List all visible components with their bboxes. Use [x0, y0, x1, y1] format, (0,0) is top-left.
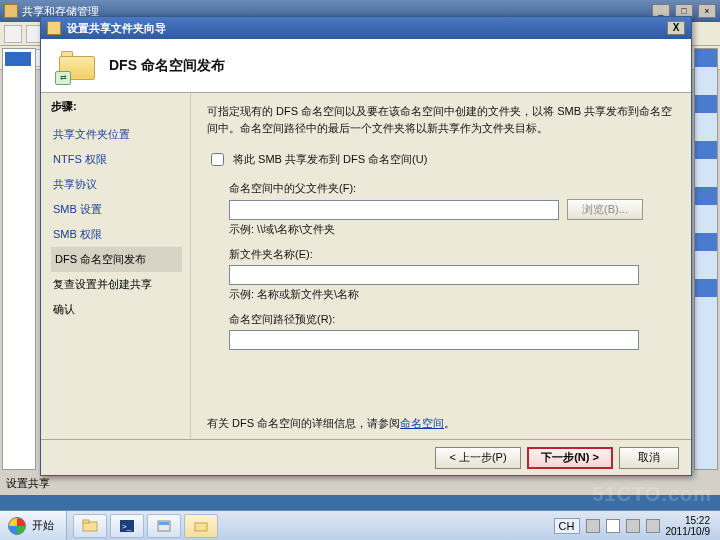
taskbar: 开始 >_ CH 15:22 2011/10/9: [0, 510, 720, 540]
folder-share-icon: ⇄: [59, 51, 95, 81]
preview-input[interactable]: [229, 330, 639, 350]
taskbar-powershell-icon[interactable]: >_: [110, 514, 144, 538]
system-tray: CH 15:22 2011/10/9: [548, 515, 720, 537]
step-confirm: 确认: [51, 297, 182, 322]
bg-tree-selected[interactable]: [5, 52, 31, 66]
dialog-content: 可指定现有的 DFS 命名空间以及要在该命名空间中创建的文件夹，以将 SMB 共…: [191, 93, 691, 439]
clock-time: 15:22: [666, 515, 711, 526]
new-folder-label: 新文件夹名称(E):: [229, 247, 673, 262]
svg-rect-6: [195, 523, 207, 531]
bg-toolbar-icon[interactable]: [4, 25, 22, 43]
tray-flag-icon[interactable]: [606, 519, 620, 533]
svg-rect-5: [159, 522, 169, 525]
ime-indicator[interactable]: CH: [554, 518, 580, 534]
dialog-heading: DFS 命名空间发布: [109, 57, 225, 75]
tray-network-icon[interactable]: [626, 519, 640, 533]
bg-tree-pane: [2, 48, 36, 470]
wizard-dialog: 设置共享文件夹向导 X ⇄ DFS 命名空间发布 步骤: 共享文件夹位置 NTF…: [40, 16, 692, 476]
parent-example: 示例: \\域\名称\文件夹: [229, 222, 673, 237]
browse-button[interactable]: 浏览(B)...: [567, 199, 643, 220]
publish-checkbox[interactable]: [211, 153, 224, 166]
bg-actions-pane: [694, 48, 718, 470]
prev-button[interactable]: < 上一步(P): [435, 447, 521, 469]
taskbar-share-mgmt-icon[interactable]: [184, 514, 218, 538]
taskbar-explorer-icon[interactable]: [73, 514, 107, 538]
dialog-icon: [47, 21, 61, 35]
intro-text: 可指定现有的 DFS 命名空间以及要在该命名空间中创建的文件夹，以将 SMB 共…: [207, 103, 673, 136]
bg-close-button[interactable]: ×: [698, 4, 716, 18]
start-label: 开始: [32, 518, 54, 533]
clock-date: 2011/10/9: [666, 526, 711, 537]
steps-sidebar: 步骤: 共享文件夹位置 NTFS 权限 共享协议 SMB 设置 SMB 权限 D…: [41, 93, 191, 439]
taskbar-pinned: >_: [67, 514, 224, 538]
tray-volume-icon[interactable]: [646, 519, 660, 533]
step-smb-permissions[interactable]: SMB 权限: [51, 222, 182, 247]
bg-app-icon: [4, 4, 18, 18]
parent-folder-label: 命名空间中的父文件夹(F):: [229, 181, 673, 196]
dialog-titlebar[interactable]: 设置共享文件夹向导 X: [41, 17, 691, 39]
start-orb-icon: [8, 517, 26, 535]
dialog-close-button[interactable]: X: [667, 21, 685, 35]
step-share-location[interactable]: 共享文件夹位置: [51, 122, 182, 147]
dialog-header: ⇄ DFS 命名空间发布: [41, 39, 691, 93]
taskbar-server-manager-icon[interactable]: [147, 514, 181, 538]
cancel-button[interactable]: 取消: [619, 447, 679, 469]
publish-checkbox-row[interactable]: 将此 SMB 共享发布到 DFS 命名空间(U): [207, 150, 673, 169]
bg-status-label: 设置共享: [6, 476, 50, 491]
preview-label: 命名空间路径预览(R):: [229, 312, 673, 327]
more-info-line: 有关 DFS 命名空间的详细信息，请参阅命名空间。: [207, 416, 455, 431]
dialog-footer: < 上一步(P) 下一步(N) > 取消: [41, 439, 691, 475]
step-smb-settings[interactable]: SMB 设置: [51, 197, 182, 222]
publish-checkbox-label: 将此 SMB 共享发布到 DFS 命名空间(U): [233, 152, 427, 167]
taskbar-clock[interactable]: 15:22 2011/10/9: [666, 515, 715, 537]
steps-title: 步骤:: [51, 99, 182, 114]
step-review: 复查设置并创建共享: [51, 272, 182, 297]
new-folder-input[interactable]: [229, 265, 639, 285]
next-button[interactable]: 下一步(N) >: [527, 447, 613, 469]
step-ntfs-permissions[interactable]: NTFS 权限: [51, 147, 182, 172]
svg-text:>_: >_: [122, 522, 132, 531]
step-share-protocol[interactable]: 共享协议: [51, 172, 182, 197]
step-dfs-publish[interactable]: DFS 命名空间发布: [51, 247, 182, 272]
new-folder-example: 示例: 名称或新文件夹\名称: [229, 287, 673, 302]
parent-folder-input[interactable]: [229, 200, 559, 220]
watermark: 51CTO.com: [592, 483, 712, 506]
dialog-title-text: 设置共享文件夹向导: [67, 21, 166, 36]
start-button[interactable]: 开始: [0, 511, 67, 541]
tray-icon[interactable]: [586, 519, 600, 533]
namespace-help-link[interactable]: 命名空间: [400, 417, 444, 429]
svg-rect-1: [83, 520, 89, 523]
